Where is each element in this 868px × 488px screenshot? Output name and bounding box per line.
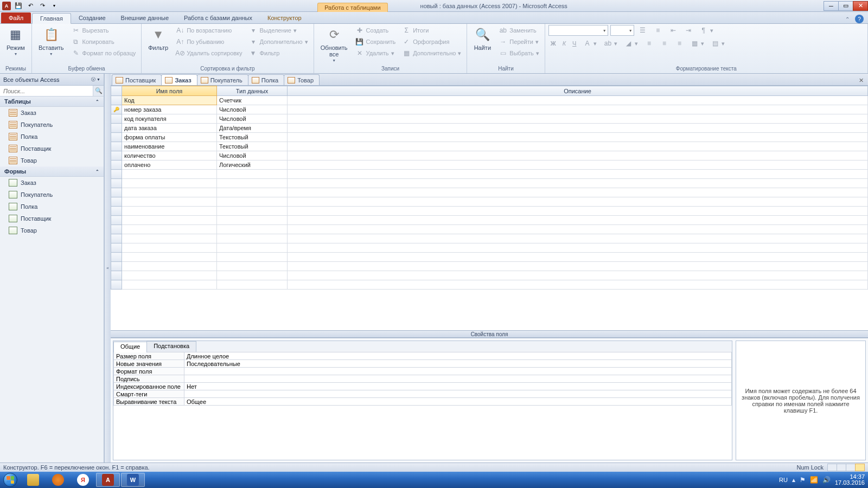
row-selector[interactable]	[111, 124, 122, 133]
advanced-filter-button[interactable]: ▾Дополнительно ▾	[247, 36, 310, 47]
field-name-cell[interactable]: форма оплаты	[122, 133, 217, 142]
field-row[interactable]: количествоЧисловой	[111, 151, 868, 160]
field-type-cell[interactable]: Числовой	[217, 105, 288, 114]
field-name-cell[interactable]	[122, 197, 217, 207]
field-row[interactable]	[111, 216, 868, 225]
field-row[interactable]: КодСчетчик	[111, 96, 868, 105]
field-row[interactable]	[111, 197, 868, 207]
field-type-cell[interactable]	[217, 216, 288, 225]
field-row[interactable]	[111, 243, 868, 253]
nav-item-table-4[interactable]: Товар	[0, 155, 104, 166]
nav-item-form-1[interactable]: Покупатель	[0, 189, 104, 201]
row-selector[interactable]	[111, 234, 122, 243]
field-name-cell[interactable]	[122, 179, 217, 188]
align-center-button[interactable]: ≡	[658, 38, 671, 49]
field-type-cell[interactable]: Числовой	[217, 114, 288, 124]
field-row[interactable]	[111, 225, 868, 234]
indent-dec-button[interactable]: ⇤	[667, 25, 680, 36]
row-selector[interactable]	[111, 280, 122, 290]
field-name-cell[interactable]: код покупателя	[122, 114, 217, 124]
tray-lang[interactable]: RU	[779, 477, 788, 483]
undo-icon[interactable]: ↶	[25, 1, 36, 11]
row-selector[interactable]	[111, 188, 122, 197]
nav-item-table-3[interactable]: Поставщик	[0, 143, 104, 155]
field-name-cell[interactable]	[122, 216, 217, 225]
field-row[interactable]	[111, 253, 868, 262]
fill-color-button[interactable]: ◢▾	[622, 38, 640, 49]
row-selector[interactable]	[111, 271, 122, 280]
field-type-cell[interactable]	[217, 170, 288, 179]
field-design-table[interactable]: Имя поля Тип данных Описание КодСчетчикн…	[111, 86, 868, 290]
field-row[interactable]: код покупателяЧисловой	[111, 114, 868, 124]
view-mode-button[interactable]: ▦ Режим ▼	[3, 25, 28, 57]
field-type-cell[interactable]	[217, 197, 288, 207]
field-desc-cell[interactable]	[288, 170, 868, 179]
app-menu-icon[interactable]: A	[1, 1, 12, 11]
nav-item-table-1[interactable]: Покупатель	[0, 119, 104, 131]
row-selector[interactable]	[111, 197, 122, 207]
redo-icon[interactable]: ↷	[37, 1, 48, 11]
file-tab[interactable]: Файл	[1, 12, 31, 23]
ribbon-tab-0[interactable]: Главная	[32, 13, 71, 24]
props-table[interactable]: Размер поляДлинное целоеНовые значенияПо…	[113, 352, 732, 406]
spelling-button[interactable]: ✓Орфография	[400, 36, 463, 47]
start-button[interactable]	[0, 472, 21, 488]
field-name-cell[interactable]: номер заказа	[122, 105, 217, 114]
field-name-cell[interactable]	[122, 253, 217, 262]
prop-value[interactable]: Общее	[184, 398, 732, 406]
field-name-cell[interactable]	[122, 234, 217, 243]
col-header-name[interactable]: Имя поля	[122, 86, 217, 96]
tray-clock[interactable]: 14:37 17.03.2016	[835, 474, 865, 486]
search-icon[interactable]: 🔍	[93, 86, 104, 96]
field-row[interactable]	[111, 207, 868, 216]
field-row[interactable]: наименованиеТекстовый	[111, 142, 868, 151]
prop-row[interactable]: Выравнивание текстаОбщее	[114, 398, 732, 406]
field-row[interactable]	[111, 179, 868, 188]
align-right-button[interactable]: ≡	[673, 38, 686, 49]
nav-item-table-0[interactable]: Заказ	[0, 107, 104, 119]
doc-tab-1[interactable]: Заказ	[161, 74, 197, 85]
field-desc-cell[interactable]	[288, 124, 868, 133]
row-selector[interactable]	[111, 105, 122, 114]
italic-button[interactable]: К	[560, 38, 568, 49]
field-name-cell[interactable]: количество	[122, 151, 217, 160]
doc-tab-3[interactable]: Полка	[248, 74, 284, 85]
taskbar-explorer[interactable]	[21, 473, 45, 487]
font-size-combo[interactable]: ▼	[610, 25, 634, 36]
nav-header[interactable]: Все объекты Access ⓥ▼	[0, 74, 104, 86]
taskbar-media[interactable]	[46, 473, 70, 487]
field-type-cell[interactable]	[217, 234, 288, 243]
field-desc-cell[interactable]	[288, 133, 868, 142]
filter-button[interactable]: ▼ Фильтр	[145, 25, 171, 52]
field-row[interactable]	[111, 188, 868, 197]
select-button[interactable]: ▭Выбрать ▾	[496, 48, 541, 59]
qat-customize-icon[interactable]: ▼	[49, 1, 60, 11]
minimize-button[interactable]: ─	[824, 1, 839, 11]
tray-chevron-icon[interactable]: ▴	[792, 476, 795, 484]
field-name-cell[interactable]: оплачено	[122, 160, 217, 170]
clear-sort-button[interactable]: A⊘Удалить сортировку	[174, 48, 244, 59]
field-type-cell[interactable]: Числовой	[217, 151, 288, 160]
field-name-cell[interactable]	[122, 271, 217, 280]
maximize-button[interactable]: ▭	[838, 1, 853, 11]
field-type-cell[interactable]	[217, 188, 288, 197]
field-type-cell[interactable]: Текстовый	[217, 133, 288, 142]
field-row[interactable]: оплаченоЛогический	[111, 160, 868, 170]
prop-row[interactable]: Формат поля	[114, 368, 732, 375]
nav-filter-icon[interactable]: ⓥ	[91, 76, 95, 82]
tray-network-icon[interactable]: 📶	[810, 476, 818, 484]
row-selector[interactable]	[111, 170, 122, 179]
copy-button[interactable]: ⧉Копировать	[69, 36, 138, 47]
ribbon-tab-1[interactable]: Создание	[71, 12, 113, 23]
prop-value[interactable]: Длинное целое	[184, 352, 732, 360]
field-desc-cell[interactable]	[288, 105, 868, 114]
field-name-cell[interactable]: дата заказа	[122, 124, 217, 133]
row-selector[interactable]	[111, 207, 122, 216]
ribbon-tab-2[interactable]: Внешние данные	[113, 12, 176, 23]
prop-row[interactable]: Смарт-теги	[114, 390, 732, 398]
taskbar-word[interactable]: W	[121, 473, 145, 487]
save-record-button[interactable]: 💾Сохранить	[353, 36, 398, 47]
nav-search-input[interactable]	[0, 86, 93, 96]
field-type-cell[interactable]	[217, 207, 288, 216]
row-selector[interactable]	[111, 216, 122, 225]
